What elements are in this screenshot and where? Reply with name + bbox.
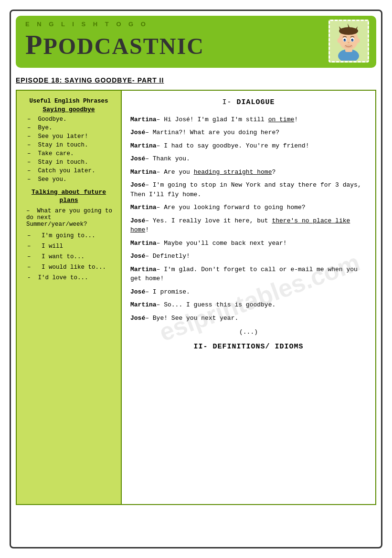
main-content: I- DIALOGUE Martina– Hi José! I'm glad I…	[122, 91, 375, 504]
page: E N G L I S H T O G O PPODCASTNIC	[0, 0, 392, 558]
svg-point-10	[351, 39, 354, 42]
svg-point-15	[357, 38, 360, 43]
header-title: PPODCASTNIC	[25, 29, 367, 61]
list-item: – Stay in touch.	[22, 159, 115, 166]
avatar	[328, 20, 369, 63]
list-item: – Bye.	[22, 125, 115, 131]
dialogue-heading: I- DIALOGUE	[130, 97, 367, 108]
dialogue-line: José– I'm going to stop in New York and …	[130, 180, 367, 199]
header-subtitle: E N G L I S H T O G O	[25, 21, 367, 28]
list-item: – I would like to...	[22, 264, 115, 271]
definitions-heading: II- DEFINITIONS/ IDIOMS	[130, 342, 367, 353]
list-item: – I'm going to...	[22, 232, 115, 239]
dialogue-line: Martina– I had to say goodbye. You're my…	[130, 141, 367, 151]
svg-point-9	[344, 39, 346, 42]
svg-point-14	[338, 38, 341, 43]
list-item: – Catch you later.	[22, 168, 115, 174]
dialogue-line: José– Thank you.	[130, 154, 367, 164]
episode-title: EPISODE 18: SAYING GOODBYE- PART II	[16, 76, 376, 84]
svg-point-12	[351, 39, 352, 40]
ellipsis: (...)	[130, 327, 367, 337]
dialogue-line: José– Bye! See you next year.	[130, 314, 367, 323]
list-item: – I will	[22, 243, 115, 250]
sidebar-section1-title: Saying goodbye	[22, 106, 115, 113]
list-item: – Take care.	[22, 150, 115, 157]
list-item: – See you.	[22, 176, 115, 183]
svg-point-16	[344, 44, 353, 48]
dialogue-line: José– Martina?! What are you doing here?	[130, 128, 367, 137]
header-box: E N G L I S H T O G O PPODCASTNIC	[16, 16, 376, 68]
content-wrapper: Useful English Phrases Saying goodbye – …	[16, 90, 376, 505]
content-area: Useful English Phrases Saying goodbye – …	[16, 90, 376, 505]
character-illustration	[331, 21, 367, 61]
dialogue-line: José– I promise.	[130, 287, 367, 297]
dialogue-line: Martina– I'm glad. Don't forget to call …	[130, 265, 367, 284]
list-item: – What are you going to do next Summer/y…	[22, 208, 115, 228]
dialogue-line: José– Definetly!	[130, 252, 367, 261]
list-item: – Goodbye.	[22, 116, 115, 123]
sidebar-section2-title: Talking about future plans	[22, 189, 115, 205]
dialogue-line: José– Yes. I really love it here, but th…	[130, 216, 367, 235]
sidebar: Useful English Phrases Saying goodbye – …	[17, 91, 122, 504]
outer-border: E N G L I S H T O G O PPODCASTNIC	[10, 10, 382, 548]
sidebar-useful-header: Useful English Phrases	[22, 97, 115, 105]
svg-point-13	[348, 42, 350, 43]
dialogue-line: Martina– So... I guess this is goodbye.	[130, 300, 367, 310]
dialogue-line: Martina– Are you looking forward to goin…	[130, 203, 367, 212]
list-item: - I'd love to...	[22, 274, 115, 281]
list-item: – Stay in touch.	[22, 142, 115, 148]
dialogue-line: Martina– Maybe you'll come back next yea…	[130, 239, 367, 248]
dialogue-line: Martina– Are you heading straight home?	[130, 168, 367, 177]
svg-point-11	[344, 39, 345, 40]
list-item: – See you later!	[22, 133, 115, 140]
dialogue-line: Martina– Hi José! I'm glad I'm still on …	[130, 115, 367, 125]
list-item: – I want to...	[22, 253, 115, 260]
